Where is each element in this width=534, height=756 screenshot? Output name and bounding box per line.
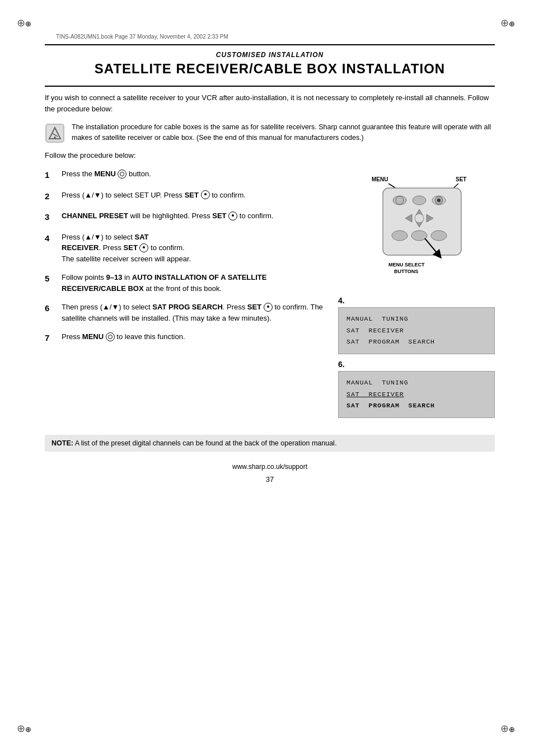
svg-point-10 — [413, 196, 426, 205]
note-icon — [45, 123, 65, 143]
step-5: 5 Follow points 9–13 in AUTO INSTALLATIO… — [45, 272, 327, 294]
step-2-set-label: SET — [185, 191, 199, 199]
page-title: SATELLITE RECEIVER/CABLE BOX INSTALLATIO… — [45, 61, 495, 77]
svg-point-13 — [437, 199, 441, 202]
step-3-set-label: SET — [212, 212, 226, 220]
step-7: 7 Press MENU to leave this function. — [45, 331, 327, 345]
step-6-set-label: SET — [247, 303, 261, 311]
step-4-number: 4 — [45, 232, 56, 265]
svg-text:SET: SET — [456, 176, 466, 182]
step-6: 6 Then press (▲/▼) to select SAT PROG SE… — [45, 302, 327, 323]
note-body: A list of the preset digital channels ca… — [75, 439, 337, 447]
step-7-number: 7 — [45, 332, 56, 345]
section-rule-top — [45, 44, 495, 45]
step-3-number: 3 — [45, 211, 56, 224]
down-arrow-6: ▼ — [111, 303, 119, 311]
remote-diagram: MENU SET — [338, 168, 489, 292]
screen-4-line-2: SAT RECEIVER — [346, 325, 486, 337]
step-6-number: 6 — [45, 302, 56, 323]
set-button-icon-3 — [228, 212, 237, 220]
set-button-icon-4 — [139, 243, 148, 252]
menu-button-icon — [118, 170, 127, 179]
screen-4-line-1: MANUAL TUNING — [346, 313, 486, 325]
up-arrow-4: ▲ — [85, 233, 92, 241]
down-arrow-2: ▼ — [94, 191, 101, 199]
two-column-layout: 1 Press the MENU button. 2 Press (▲/▼) t… — [45, 168, 495, 424]
step-4-content: Press (▲/▼) to select SATRECEIVER. Press… — [62, 232, 327, 265]
step-5-range: 9–13 — [106, 273, 122, 281]
menu-button-icon-7 — [106, 332, 115, 341]
follow-text: Follow the procedure below: — [45, 151, 495, 159]
screen-6-box: MANUAL TUNING SAT RECEIVER SAT PROGRAM S… — [338, 371, 495, 418]
intro-text: If you wish to connect a satellite recei… — [45, 92, 495, 114]
steps-column: 1 Press the MENU button. 2 Press (▲/▼) t… — [45, 168, 327, 353]
step-2-content: Press (▲/▼) to select SET UP. Press SET … — [62, 190, 327, 203]
footer-url: www.sharp.co.uk/support — [45, 463, 495, 471]
step-5-number: 5 — [45, 273, 56, 294]
step-4-set-label: SET — [124, 243, 138, 252]
step-6-content: Then press (▲/▼) to select SAT PROG SEAR… — [62, 302, 327, 323]
svg-text:BUTTONS: BUTTONS — [394, 269, 418, 274]
screen-6-line-2: SAT RECEIVER — [346, 389, 486, 401]
screen-4-box: MANUAL TUNING SAT RECEIVER SAT PROGRAM S… — [338, 307, 495, 354]
svg-point-19 — [415, 214, 424, 223]
note-label: NOTE: — [51, 439, 73, 447]
step-7-menu-label: MENU — [82, 332, 104, 341]
screen-6-label: 6. — [338, 360, 495, 369]
step-1-content: Press the MENU button. — [62, 168, 327, 182]
page-number: 37 — [45, 475, 495, 483]
file-info: TINS-A082UMN1.book Page 37 Monday, Novem… — [45, 34, 495, 40]
step-2-number: 2 — [45, 190, 56, 203]
step-1: 1 Press the MENU button. — [45, 168, 327, 182]
svg-point-22 — [431, 231, 447, 241]
step-5-auto-installation: AUTO INSTALLATION OF A SATELLITE RECEIVE… — [62, 273, 266, 293]
screen-4-line-3: SAT PROGRAM SEARCH — [346, 336, 486, 348]
step-3-content: CHANNEL PRESET will be highlighted. Pres… — [62, 210, 327, 224]
set-button-icon-6 — [264, 303, 273, 312]
bottom-note: NOTE: A list of the preset digital chann… — [45, 435, 495, 452]
step-6-sat-prog: SAT PROG SEARCH — [152, 303, 222, 311]
step-3-channel-preset: CHANNEL PRESET — [62, 212, 128, 220]
note-text: The installation procedure for cable box… — [72, 122, 495, 143]
down-arrow-4: ▼ — [94, 233, 101, 241]
svg-point-3 — [54, 137, 56, 139]
screen-4-label: 4. — [338, 296, 495, 305]
svg-point-14 — [396, 196, 404, 204]
step-3: 3 CHANNEL PRESET will be highlighted. Pr… — [45, 210, 327, 224]
svg-text:MENU: MENU — [372, 176, 388, 182]
step-5-content: Follow points 9–13 in AUTO INSTALLATION … — [62, 272, 327, 294]
screen-6-line-3: SAT PROGRAM SEARCH — [346, 400, 486, 412]
set-button-icon-2 — [201, 190, 210, 199]
step-2: 2 Press (▲/▼) to select SET UP. Press SE… — [45, 190, 327, 203]
step-7-content: Press MENU to leave this function. — [62, 331, 327, 345]
right-column: MENU SET — [338, 168, 495, 424]
section-label: CUSTOMISED INSTALLATION — [45, 51, 495, 59]
section-rule-bottom — [45, 86, 495, 87]
up-arrow-2: ▲ — [85, 191, 92, 199]
note-box: The installation procedure for cable box… — [45, 122, 495, 143]
svg-point-20 — [392, 231, 407, 241]
step-1-number: 1 — [45, 169, 56, 182]
screen-6-line-1: MANUAL TUNING — [346, 377, 486, 389]
step-4: 4 Press (▲/▼) to select SATRECEIVER. Pre… — [45, 232, 327, 265]
svg-text:MENU SELECT: MENU SELECT — [388, 262, 425, 267]
step-1-menu-label: MENU — [95, 170, 116, 178]
up-arrow-6: ▲ — [102, 303, 110, 311]
